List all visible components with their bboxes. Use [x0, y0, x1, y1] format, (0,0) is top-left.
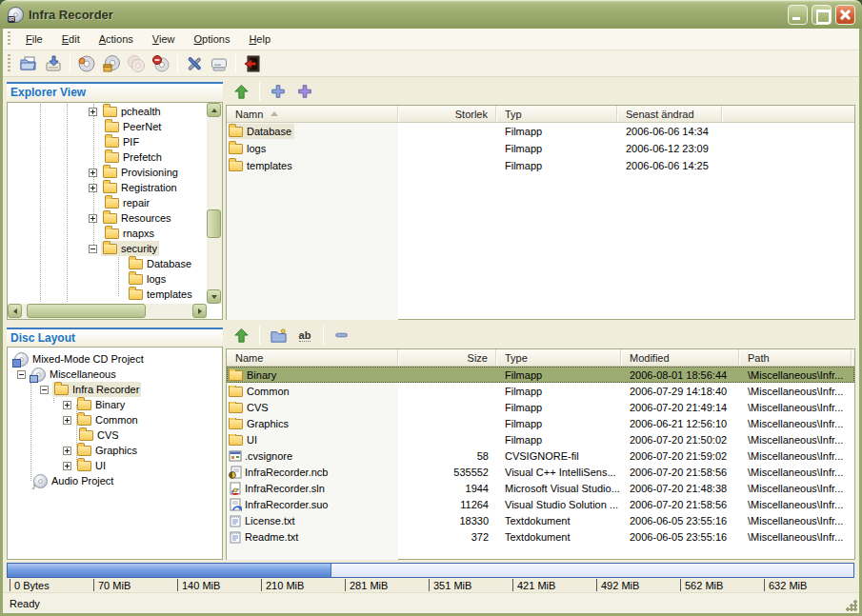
tree-item-ui[interactable]: UI	[9, 458, 221, 473]
file-row-logs[interactable]: logs Filmapp 2006-06-12 23:09	[227, 140, 854, 157]
scroll-left-button[interactable]	[8, 304, 22, 318]
scrollbar-thumb[interactable]	[207, 209, 221, 238]
tools-icon[interactable]	[182, 52, 207, 75]
file-row-sln[interactable]: InfraRecorder.sln 1944 Microsoft Visual …	[227, 480, 854, 496]
minimize-button[interactable]	[788, 5, 808, 25]
tree-item-common[interactable]: Common	[9, 412, 221, 427]
expand-plus-icon[interactable]	[89, 214, 97, 223]
column-header-size[interactable]: Storlek	[398, 106, 496, 122]
tree-item-repair[interactable]: repair	[9, 195, 206, 210]
menu-options[interactable]: Options	[184, 30, 239, 48]
resize-grip[interactable]	[845, 599, 857, 611]
maximize-button[interactable]	[812, 5, 832, 25]
column-header-type[interactable]: Typ	[496, 106, 617, 122]
tree-item-binary[interactable]: Binary	[9, 397, 221, 412]
burn-compilation-icon[interactable]	[74, 52, 99, 75]
expand-plus-icon[interactable]	[63, 401, 71, 409]
menu-edit[interactable]: Edit	[52, 30, 90, 48]
tree-item-registration[interactable]: Registration	[9, 180, 206, 195]
new-folder-icon[interactable]	[266, 324, 291, 347]
up-one-level-icon[interactable]	[229, 80, 253, 103]
column-header-modified[interactable]: Senast ändrad	[617, 106, 722, 122]
expand-plus-icon[interactable]	[63, 447, 71, 455]
tree-item-resources[interactable]: Resources	[9, 210, 206, 226]
menubar-grip-handle[interactable]	[8, 31, 10, 46]
up-one-level-icon[interactable]	[229, 324, 253, 347]
tree-item-pif[interactable]: PIF	[9, 134, 206, 149]
column-header-size[interactable]: Size	[398, 349, 496, 366]
expand-plus-icon[interactable]	[89, 184, 97, 192]
expand-plus-icon[interactable]	[63, 416, 71, 425]
file-row-graphics[interactable]: Graphics Filmapp 2006-06-21 12:56:10 \Mi…	[227, 415, 854, 431]
expand-plus-icon[interactable]	[89, 108, 97, 116]
device-info-icon[interactable]	[207, 52, 231, 75]
tree-item-prefetch[interactable]: Prefetch	[9, 149, 206, 165]
toolbar-grip-handle[interactable]	[8, 54, 10, 72]
file-row-cvs[interactable]: CVS Filmapp 2006-07-20 21:49:14 \Miscell…	[227, 399, 854, 415]
erase-disc-icon[interactable]	[149, 52, 173, 75]
tree-item-peernet[interactable]: PeerNet	[9, 119, 206, 134]
tree-item-rnapxs[interactable]: rnapxs	[9, 226, 206, 241]
remove-icon[interactable]	[330, 324, 354, 347]
add-icon[interactable]	[266, 80, 291, 103]
copy-disc-icon[interactable]	[124, 52, 149, 75]
collapse-minus-icon[interactable]	[40, 386, 49, 394]
file-row-cvsignore[interactable]: .cvsignore 58 CVSIGNORE-fil 2006-07-20 2…	[227, 447, 854, 464]
collapse-minus-icon[interactable]	[89, 245, 97, 253]
folder-icon	[103, 168, 117, 178]
menu-actions[interactable]: Actions	[90, 30, 143, 48]
tree-item-graphics[interactable]: Graphics	[9, 443, 221, 458]
tree-item-provisioning[interactable]: Provisioning	[9, 165, 206, 180]
tree-item-pchealth[interactable]: pchealth	[9, 104, 206, 119]
scroll-up-button[interactable]	[207, 103, 221, 117]
tree-item-templates[interactable]: templates	[9, 287, 206, 302]
file-row-ncb[interactable]: InfraRecorder.ncb 535552 Visual C++ Inte…	[227, 464, 854, 480]
add-all-icon[interactable]	[292, 80, 317, 103]
tree-item-mixed-mode-project[interactable]: Mixed-Mode CD Project	[9, 351, 221, 367]
menu-help[interactable]: Help	[239, 30, 280, 48]
column-header-name[interactable]: Namn	[227, 106, 398, 122]
expand-plus-icon[interactable]	[89, 169, 97, 177]
column-header-modified[interactable]: Modified	[621, 349, 739, 366]
scale-tick: 140 MiB	[177, 579, 220, 591]
close-button[interactable]	[835, 5, 855, 25]
folder-icon	[129, 259, 143, 269]
file-row-license[interactable]: License.txt 18330 Textdokument 2006-06-0…	[227, 512, 854, 528]
scroll-down-button[interactable]	[207, 289, 221, 304]
file-row-readme[interactable]: Readme.txt 372 Textdokument 2006-06-05 2…	[227, 528, 854, 545]
horizontal-scrollbar[interactable]	[8, 304, 207, 319]
tree-item-security[interactable]: security	[9, 241, 206, 256]
list-rows: Database Filmapp 2006-06-06 14:34 logs F…	[227, 123, 854, 320]
save-project-icon[interactable]	[41, 52, 66, 75]
tree-item-audio-project[interactable]: Audio Project	[9, 473, 221, 488]
column-header-type[interactable]: Type	[496, 349, 621, 366]
vertical-scrollbar[interactable]	[207, 103, 222, 304]
menu-file[interactable]: File	[16, 30, 52, 48]
file-row-suo[interactable]: InfraRecorder.suo 11264 Visual Studio So…	[227, 496, 854, 512]
tree-item-database[interactable]: Database	[9, 256, 206, 271]
burn-image-icon[interactable]	[99, 52, 124, 75]
column-header-name[interactable]: Name	[227, 349, 398, 366]
file-row-common[interactable]: Common Filmapp 2006-07-29 14:18:40 \Misc…	[227, 383, 854, 399]
rename-icon[interactable]: ab	[292, 324, 317, 347]
expand-plus-icon[interactable]	[63, 462, 71, 470]
file-row-ui[interactable]: UI Filmapp 2006-07-20 21:50:02 \Miscella…	[227, 431, 854, 447]
disc-layout-title: Disc Layout	[10, 331, 75, 345]
scroll-right-button[interactable]	[192, 304, 207, 318]
folder-icon	[229, 387, 243, 397]
tree-item-miscellaneous[interactable]: Miscellaneous	[9, 367, 221, 382]
file-row-database[interactable]: Database Filmapp 2006-06-06 14:34	[227, 123, 854, 140]
file-row-binary[interactable]: Binary Filmapp 2006-08-01 18:56:44 \Misc…	[227, 367, 854, 383]
menu-view[interactable]: View	[143, 30, 185, 48]
open-project-icon[interactable]	[16, 52, 41, 75]
tree-item-infra-recorder[interactable]: Infra Recorder	[9, 382, 221, 397]
file-row-templates[interactable]: templates Filmapp 2006-06-06 14:25	[227, 157, 854, 174]
collapse-minus-icon[interactable]	[17, 370, 26, 379]
title-bar[interactable]: Infra Recorder	[0, 0, 862, 29]
tree-item-logs[interactable]: logs	[9, 271, 206, 287]
exit-icon[interactable]	[240, 52, 265, 75]
column-header-path[interactable]: Path	[739, 349, 852, 366]
tree-item-cvs[interactable]: CVS	[9, 427, 221, 443]
explorer-list-toolbar	[229, 80, 317, 103]
scrollbar-thumb[interactable]	[27, 304, 146, 318]
